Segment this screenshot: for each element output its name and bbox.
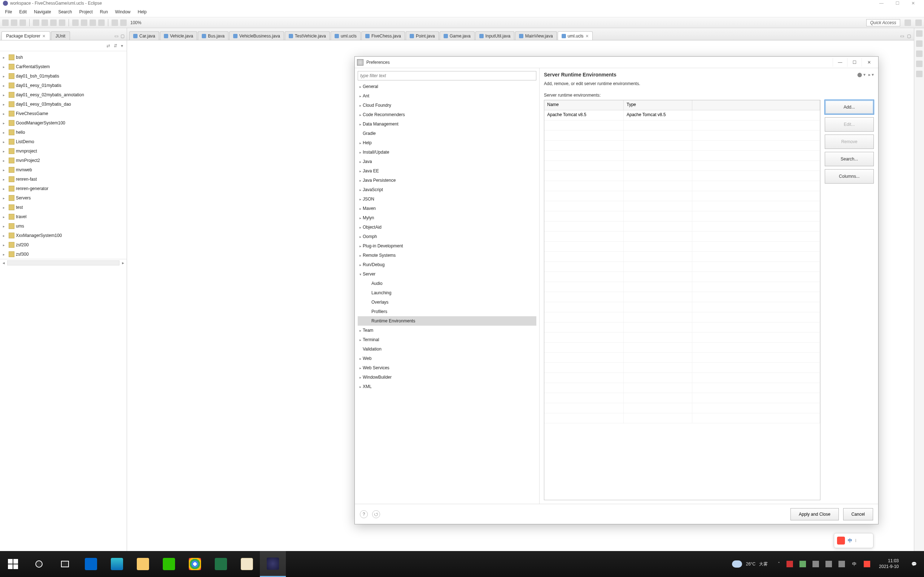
expand-icon[interactable]: ▸: [3, 234, 7, 238]
toolbar-new-icon[interactable]: [2, 19, 9, 26]
toolbar-run-icon[interactable]: [50, 19, 57, 26]
nav-forward-icon[interactable]: ▸ ▾: [868, 72, 874, 77]
expand-icon[interactable]: ▸: [3, 206, 7, 210]
project-node[interactable]: ▸renren-generator: [0, 184, 127, 193]
taskbar-eclipse[interactable]: [260, 551, 286, 577]
tray-app-icon[interactable]: [787, 561, 793, 567]
project-node[interactable]: ▸mvnProject2: [0, 156, 127, 165]
expand-icon[interactable]: ▸: [3, 196, 7, 200]
project-node[interactable]: ▸day01_bsh_01mybatis: [0, 71, 127, 81]
expand-icon[interactable]: ▸: [358, 226, 363, 229]
project-node[interactable]: ▸renren-fast: [0, 174, 127, 184]
toolbar-forward-icon[interactable]: [120, 19, 127, 26]
editor-tab[interactable]: Point.java: [406, 31, 439, 40]
editor-tab[interactable]: TestVehicle.java: [285, 31, 330, 40]
tray-app-icon[interactable]: [800, 561, 806, 567]
project-node[interactable]: ▸ums: [0, 221, 127, 231]
help-icon[interactable]: ?: [360, 510, 368, 518]
toolbar-debug-icon[interactable]: [42, 19, 48, 26]
expand-icon[interactable]: ▸: [358, 160, 363, 164]
editor-tab[interactable]: uml.ucls✕: [558, 31, 593, 40]
pref-node[interactable]: Runtime Environments: [358, 316, 536, 326]
import-export-icon[interactable]: ⭯: [372, 510, 380, 518]
project-node[interactable]: ▸day01_eesy_01mybatis: [0, 81, 127, 90]
editor-tab[interactable]: InputUtil.java: [475, 31, 514, 40]
pref-node[interactable]: ▸Mylyn: [358, 213, 536, 222]
pref-node[interactable]: ▸Data Management: [358, 119, 536, 129]
expand-icon[interactable]: ▸: [358, 188, 363, 192]
editor-tab[interactable]: Game.java: [439, 31, 475, 40]
pref-node[interactable]: Overlays: [358, 298, 536, 307]
apply-close-button[interactable]: Apply and Close: [790, 508, 838, 521]
expand-icon[interactable]: ▸: [358, 122, 363, 126]
system-tray[interactable]: ˄: [774, 561, 848, 567]
project-node[interactable]: ▸bsh: [0, 53, 127, 62]
pref-node[interactable]: Profilers: [358, 307, 536, 316]
expand-icon[interactable]: ▸: [3, 74, 7, 78]
menu-search[interactable]: Search: [55, 8, 75, 16]
toolbar-save-icon[interactable]: [11, 19, 17, 26]
taskbar-wechat[interactable]: [156, 551, 182, 577]
toolbar-zoom-level[interactable]: 100%: [130, 20, 142, 25]
filter-input[interactable]: [358, 71, 536, 81]
editor-minimize-icon[interactable]: ▭: [900, 34, 904, 39]
taskbar-explorer[interactable]: [130, 551, 156, 577]
link-editor-icon[interactable]: ⇵: [114, 43, 117, 48]
dialog-maximize-button[interactable]: ☐: [847, 58, 861, 67]
pref-node[interactable]: ▸General: [358, 82, 536, 91]
expand-icon[interactable]: ▾: [358, 272, 363, 276]
expand-icon[interactable]: ▸: [358, 357, 363, 361]
editor-tab[interactable]: Vehicle.java: [160, 31, 197, 40]
editor-tab[interactable]: VehicleBusiness.java: [229, 31, 284, 40]
expand-icon[interactable]: ▸: [358, 263, 363, 267]
project-node[interactable]: ▸travel: [0, 212, 127, 221]
taskbar-weather[interactable]: 26°C 大雾: [725, 561, 774, 567]
ime-indicator[interactable]: 中: [848, 561, 860, 567]
toolbar-coverage-icon[interactable]: [59, 19, 65, 26]
expand-icon[interactable]: ▸: [358, 179, 363, 182]
tab-package-explorer[interactable]: Package Explorer ✕: [2, 31, 50, 40]
project-node[interactable]: ▸zsf300: [0, 250, 127, 259]
expand-icon[interactable]: ▸: [3, 168, 7, 172]
view-minimize-icon[interactable]: ▭: [115, 34, 118, 39]
pref-node[interactable]: ▸Install/Update: [358, 148, 536, 157]
toolbar-search-icon[interactable]: [98, 19, 105, 26]
expand-icon[interactable]: ▸: [3, 121, 7, 125]
tray-chevron-up-icon[interactable]: ˄: [778, 561, 780, 567]
servers-view-icon[interactable]: [916, 71, 922, 77]
expand-icon[interactable]: ▸: [3, 224, 7, 228]
editor-tab[interactable]: Car.java: [129, 31, 159, 40]
pref-node[interactable]: ▸Team: [358, 326, 536, 335]
taskbar-app-m[interactable]: [78, 551, 104, 577]
tray-sogou-icon[interactable]: [864, 561, 870, 567]
taskbar-excel[interactable]: [208, 551, 234, 577]
toolbar-back-icon[interactable]: [111, 19, 118, 26]
editor-tab[interactable]: MainView.java: [515, 31, 557, 40]
expand-icon[interactable]: ▸: [358, 150, 363, 154]
window-maximize-button[interactable]: ☐: [889, 0, 905, 6]
edit-button[interactable]: Edit...: [825, 117, 874, 132]
expand-icon[interactable]: ▸: [358, 235, 363, 239]
pref-node[interactable]: Audio: [358, 279, 536, 288]
editor-tab[interactable]: uml.ucls: [331, 31, 360, 40]
taskbar-search[interactable]: [26, 551, 52, 577]
project-node[interactable]: ▸hello: [0, 128, 127, 137]
expand-icon[interactable]: ▸: [358, 94, 363, 98]
pref-node[interactable]: ▸Plug-in Development: [358, 241, 536, 251]
runtimes-table[interactable]: Name Type Apache Tomcat v8.5Apache Tomca…: [544, 100, 821, 500]
expand-icon[interactable]: ▸: [358, 376, 363, 379]
expand-icon[interactable]: ▸: [358, 103, 363, 108]
expand-icon[interactable]: ▸: [3, 159, 7, 163]
expand-icon[interactable]: ▸: [358, 338, 363, 342]
expand-icon[interactable]: ▸: [358, 141, 363, 145]
taskbar-clock[interactable]: 11:03 2021-9-10: [874, 558, 904, 569]
dialog-titlebar[interactable]: Preferences — ☐ ✕: [355, 56, 878, 68]
perspective-jee-icon[interactable]: [915, 19, 922, 26]
menu-edit[interactable]: Edit: [16, 8, 30, 16]
add-button[interactable]: Add...: [825, 100, 874, 114]
expand-icon[interactable]: ▸: [358, 197, 363, 201]
pref-node[interactable]: ▸Code Recommenders: [358, 110, 536, 119]
preferences-tree[interactable]: ▸General▸Ant▸Cloud Foundry▸Code Recommen…: [358, 81, 536, 501]
pref-node[interactable]: Gradle: [358, 129, 536, 138]
expand-icon[interactable]: ▸: [3, 56, 7, 60]
